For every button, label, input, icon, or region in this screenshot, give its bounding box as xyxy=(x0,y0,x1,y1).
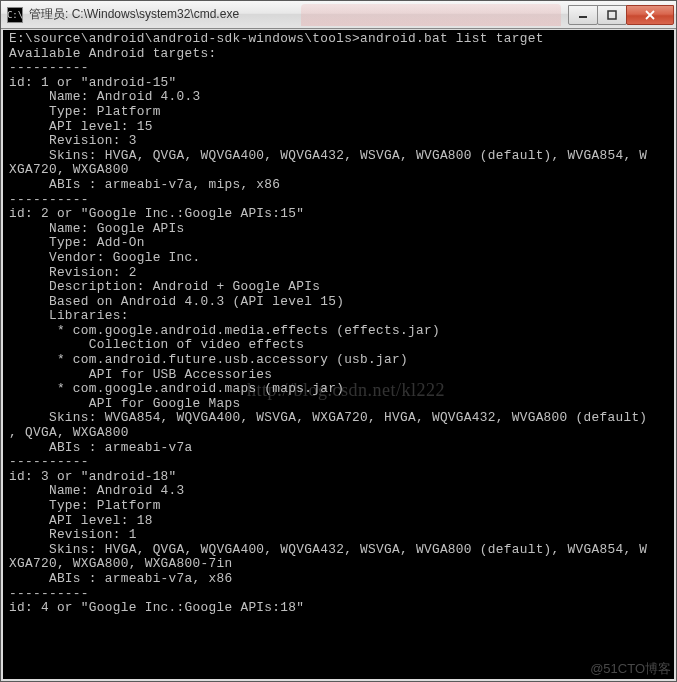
maximize-icon xyxy=(607,10,617,20)
window-title: 管理员: C:\Windows\system32\cmd.exe xyxy=(29,6,239,23)
minimize-icon xyxy=(578,10,588,20)
minimize-button[interactable] xyxy=(568,5,598,25)
maximize-button[interactable] xyxy=(597,5,627,25)
cmd-icon: C:\ xyxy=(7,7,23,23)
terminal-output: E:\source\android\android-sdk-windows\to… xyxy=(9,32,668,616)
cmd-window: C:\ 管理员: C:\Windows\system32\cmd.exe E:\… xyxy=(0,0,677,682)
close-button[interactable] xyxy=(626,5,674,25)
background-tab xyxy=(301,4,561,26)
svg-rect-1 xyxy=(608,11,616,19)
window-controls xyxy=(569,5,674,25)
terminal-area[interactable]: E:\source\android\android-sdk-windows\to… xyxy=(1,29,676,681)
titlebar[interactable]: C:\ 管理员: C:\Windows\system32\cmd.exe xyxy=(1,1,676,29)
close-icon xyxy=(644,10,656,20)
